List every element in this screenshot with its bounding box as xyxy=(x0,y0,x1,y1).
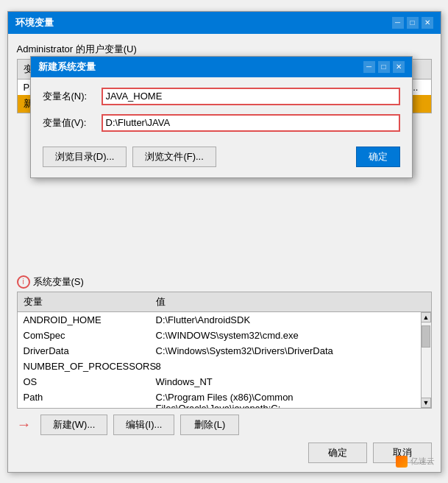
sub-dialog: 新建系统变量 ─ □ ✕ 变量名(N): 变量值(V): 浏览目录(D)... xyxy=(30,56,413,178)
var-value-label: 变量值(V): xyxy=(43,116,102,130)
minimize-button[interactable]: ─ xyxy=(392,17,404,29)
circle-icon: i xyxy=(17,275,30,289)
sub-title-controls: ─ □ ✕ xyxy=(363,61,405,73)
table-row[interactable]: ComSpec C:\WINDOWS\system32\cmd.exe xyxy=(18,328,431,343)
table-row[interactable]: Path C:\Program Files (x86)\Common Files… xyxy=(18,389,431,408)
footer-buttons: 确定 取消 xyxy=(17,443,432,463)
title-bar: 环境变量 ─ □ ✕ xyxy=(8,12,441,34)
sub-dialog-title-bar: 新建系统变量 ─ □ ✕ xyxy=(31,57,412,77)
table-row[interactable]: ANDROID_HOME D:\Flutter\AndroidSDK xyxy=(18,312,431,328)
watermark: 亿速云 xyxy=(396,456,435,468)
ok-button[interactable]: 确定 xyxy=(308,443,367,463)
row-var: NUMBER_OF_PROCESSORS xyxy=(21,359,153,373)
row-val: 8 xyxy=(153,359,428,373)
title-controls: ─ □ ✕ xyxy=(392,17,433,29)
row-val: C:\WINDOWS\system32\cmd.exe xyxy=(153,328,428,342)
table-row[interactable]: OS Windows_NT xyxy=(18,374,431,389)
close-button[interactable]: ✕ xyxy=(422,17,433,29)
window-body: Administrator 的用户变量(U) 变量 值 Path C:\User… xyxy=(8,34,441,472)
sys-scroll-area: ANDROID_HOME D:\Flutter\AndroidSDK ComSp… xyxy=(18,312,431,408)
sys-delete-button[interactable]: 删除(L) xyxy=(180,415,239,435)
sub-confirm-button[interactable]: 确定 xyxy=(356,147,400,167)
row-val: Windows_NT xyxy=(153,375,428,389)
var-name-input[interactable] xyxy=(102,88,400,105)
row-val: C:\Windows\System32\Drivers\DriverData xyxy=(153,344,428,358)
table-row[interactable]: DriverData C:\Windows\System32\Drivers\D… xyxy=(18,343,431,359)
row-var: OS xyxy=(21,375,153,389)
action-buttons-row: → 新建(W)... 编辑(I)... 删除(L) xyxy=(17,415,432,435)
main-window: 环境变量 ─ □ ✕ Administrator 的用户变量(U) 变量 值 P… xyxy=(7,11,441,473)
system-section: i 系统变量(S) 变量 值 ANDROID_HOME D:\Flutter\A… xyxy=(17,275,432,435)
arrow-icon: → xyxy=(17,416,32,433)
row-var: Path xyxy=(21,390,153,408)
browse-file-button[interactable]: 浏览文件(F)... xyxy=(132,147,216,167)
sys-col-val: 值 xyxy=(153,294,418,310)
sub-maximize-button[interactable]: □ xyxy=(378,61,390,73)
var-name-row: 变量名(N): xyxy=(43,88,400,105)
sub-dialog-buttons: 浏览目录(D)... 浏览文件(F)... 确定 xyxy=(43,141,400,170)
sys-col-var: 变量 xyxy=(21,294,153,310)
watermark-logo xyxy=(396,456,408,468)
var-value-row: 变量值(V): xyxy=(43,114,400,132)
sub-minimize-button[interactable]: ─ xyxy=(363,61,375,73)
scroll-down-button[interactable]: ▼ xyxy=(421,398,431,408)
watermark-text: 亿速云 xyxy=(410,456,435,467)
system-section-label-row: i 系统变量(S) xyxy=(17,275,432,289)
user-section-label: Administrator 的用户变量(U) xyxy=(17,43,432,56)
window-title: 环境变量 xyxy=(15,16,54,29)
row-var: DriverData xyxy=(21,344,153,358)
row-var: ComSpec xyxy=(21,328,153,342)
scroll-bar: ▲ ▼ xyxy=(421,312,431,408)
maximize-button[interactable]: □ xyxy=(407,17,419,29)
var-value-input[interactable] xyxy=(102,114,400,132)
row-val: D:\Flutter\AndroidSDK xyxy=(153,313,428,327)
scroll-up-button[interactable]: ▲ xyxy=(421,312,431,322)
sys-new-button[interactable]: 新建(W)... xyxy=(40,415,108,435)
scroll-thumb[interactable] xyxy=(422,325,430,348)
browse-dir-button[interactable]: 浏览目录(D)... xyxy=(43,147,127,167)
sys-edit-button[interactable]: 编辑(I)... xyxy=(113,415,174,435)
table-row[interactable]: NUMBER_OF_PROCESSORS 8 xyxy=(18,359,431,374)
sys-table-header: 变量 值 xyxy=(18,292,431,312)
sub-dialog-body: 变量名(N): 变量值(V): 浏览目录(D)... 浏览文件(F)... 确定 xyxy=(31,77,412,177)
row-var: ANDROID_HOME xyxy=(21,313,153,327)
var-name-label: 变量名(N): xyxy=(43,90,102,103)
sys-vars-table: 变量 值 ANDROID_HOME D:\Flutter\AndroidSDK … xyxy=(17,292,432,409)
sub-dialog-title: 新建系统变量 xyxy=(38,60,96,74)
row-val: C:\Program Files (x86)\Common Files\Orac… xyxy=(153,390,428,408)
system-label: 系统变量(S) xyxy=(33,275,84,289)
sub-close-button[interactable]: ✕ xyxy=(393,61,405,73)
sys-table-body: ANDROID_HOME D:\Flutter\AndroidSDK ComSp… xyxy=(18,312,431,408)
